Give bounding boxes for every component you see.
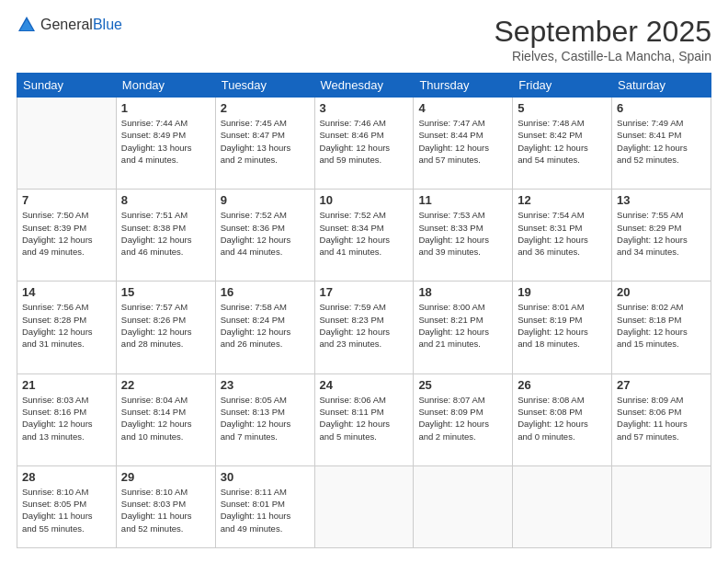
day-info: Sunrise: 7:55 AM Sunset: 8:29 PM Dayligh… (617, 209, 706, 258)
calendar-cell: 10Sunrise: 7:52 AM Sunset: 8:34 PM Dayli… (314, 190, 414, 282)
day-number: 25 (418, 378, 507, 392)
calendar-cell: 23Sunrise: 8:05 AM Sunset: 8:13 PM Dayli… (215, 373, 314, 465)
calendar-cell: 3Sunrise: 7:46 AM Sunset: 8:46 PM Daylig… (314, 98, 414, 190)
calendar-cell (17, 98, 117, 190)
day-info: Sunrise: 7:52 AM Sunset: 8:36 PM Dayligh… (221, 209, 310, 258)
day-info: Sunrise: 7:45 AM Sunset: 8:47 PM Dayligh… (221, 117, 310, 166)
logo-text: GeneralBlue (40, 17, 122, 33)
day-number: 20 (617, 285, 706, 299)
day-number: 11 (418, 193, 507, 207)
calendar-cell: 21Sunrise: 8:03 AM Sunset: 8:16 PM Dayli… (17, 373, 117, 465)
calendar-cell (612, 465, 711, 547)
day-number: 26 (518, 378, 607, 392)
day-info: Sunrise: 7:48 AM Sunset: 8:42 PM Dayligh… (518, 117, 607, 166)
day-info: Sunrise: 8:05 AM Sunset: 8:13 PM Dayligh… (221, 394, 310, 442)
day-info: Sunrise: 8:07 AM Sunset: 8:09 PM Dayligh… (418, 394, 507, 442)
calendar-body: 1Sunrise: 7:44 AM Sunset: 8:49 PM Daylig… (17, 98, 711, 548)
weekday-header-cell: Saturday (612, 74, 711, 98)
day-number: 30 (221, 470, 310, 484)
calendar-cell: 14Sunrise: 7:56 AM Sunset: 8:28 PM Dayli… (17, 282, 117, 373)
calendar-cell: 30Sunrise: 8:11 AM Sunset: 8:01 PM Dayli… (215, 465, 314, 547)
calendar-cell: 2Sunrise: 7:45 AM Sunset: 8:47 PM Daylig… (215, 98, 314, 190)
calendar-cell: 18Sunrise: 8:00 AM Sunset: 8:21 PM Dayli… (414, 282, 513, 373)
day-number: 28 (22, 470, 111, 484)
day-info: Sunrise: 8:06 AM Sunset: 8:11 PM Dayligh… (320, 394, 409, 442)
calendar-cell: 8Sunrise: 7:51 AM Sunset: 8:38 PM Daylig… (116, 190, 215, 282)
day-info: Sunrise: 8:04 AM Sunset: 8:14 PM Dayligh… (121, 394, 210, 442)
calendar-cell: 7Sunrise: 7:50 AM Sunset: 8:39 PM Daylig… (17, 190, 117, 282)
day-number: 16 (221, 285, 310, 299)
day-info: Sunrise: 7:52 AM Sunset: 8:34 PM Dayligh… (320, 209, 409, 258)
calendar-cell: 12Sunrise: 7:54 AM Sunset: 8:31 PM Dayli… (513, 190, 612, 282)
day-info: Sunrise: 8:10 AM Sunset: 8:03 PM Dayligh… (121, 486, 210, 534)
weekday-header-cell: Wednesday (314, 74, 414, 98)
weekday-header-cell: Monday (116, 74, 215, 98)
day-info: Sunrise: 7:49 AM Sunset: 8:41 PM Dayligh… (617, 117, 706, 166)
weekday-header-cell: Friday (513, 74, 612, 98)
day-info: Sunrise: 8:00 AM Sunset: 8:21 PM Dayligh… (418, 301, 507, 350)
day-number: 7 (22, 193, 111, 207)
weekday-header-cell: Thursday (414, 74, 513, 98)
weekday-header-cell: Sunday (17, 74, 117, 98)
day-info: Sunrise: 8:09 AM Sunset: 8:06 PM Dayligh… (617, 394, 706, 442)
calendar-cell: 9Sunrise: 7:52 AM Sunset: 8:36 PM Daylig… (215, 190, 314, 282)
day-info: Sunrise: 7:46 AM Sunset: 8:46 PM Dayligh… (320, 117, 409, 166)
day-info: Sunrise: 7:58 AM Sunset: 8:24 PM Dayligh… (221, 301, 310, 350)
day-info: Sunrise: 8:02 AM Sunset: 8:18 PM Dayligh… (617, 301, 706, 350)
day-number: 15 (121, 285, 210, 299)
logo-blue: Blue (93, 17, 122, 32)
day-number: 6 (617, 101, 706, 115)
day-info: Sunrise: 7:54 AM Sunset: 8:31 PM Dayligh… (518, 209, 607, 258)
calendar-cell: 19Sunrise: 8:01 AM Sunset: 8:19 PM Dayli… (513, 282, 612, 373)
day-info: Sunrise: 7:53 AM Sunset: 8:33 PM Dayligh… (418, 209, 507, 258)
day-info: Sunrise: 8:03 AM Sunset: 8:16 PM Dayligh… (22, 394, 111, 442)
day-info: Sunrise: 7:59 AM Sunset: 8:23 PM Dayligh… (320, 301, 409, 350)
day-info: Sunrise: 7:56 AM Sunset: 8:28 PM Dayligh… (22, 301, 111, 350)
logo-general: General (40, 17, 93, 32)
day-number: 4 (418, 101, 507, 115)
day-number: 12 (518, 193, 607, 207)
logo-icon (17, 15, 37, 35)
calendar-week-row: 7Sunrise: 7:50 AM Sunset: 8:39 PM Daylig… (17, 190, 711, 282)
day-number: 5 (518, 101, 607, 115)
day-number: 24 (320, 378, 409, 392)
calendar-cell: 25Sunrise: 8:07 AM Sunset: 8:09 PM Dayli… (414, 373, 513, 465)
calendar-week-row: 1Sunrise: 7:44 AM Sunset: 8:49 PM Daylig… (17, 98, 711, 190)
day-number: 8 (121, 193, 210, 207)
day-number: 23 (221, 378, 310, 392)
logo: GeneralBlue (17, 15, 122, 35)
calendar-week-row: 14Sunrise: 7:56 AM Sunset: 8:28 PM Dayli… (17, 282, 711, 373)
calendar-cell: 28Sunrise: 8:10 AM Sunset: 8:05 PM Dayli… (17, 465, 117, 547)
day-info: Sunrise: 7:44 AM Sunset: 8:49 PM Dayligh… (121, 117, 210, 166)
calendar-week-row: 28Sunrise: 8:10 AM Sunset: 8:05 PM Dayli… (17, 465, 711, 547)
day-info: Sunrise: 7:57 AM Sunset: 8:26 PM Dayligh… (121, 301, 210, 350)
day-info: Sunrise: 7:50 AM Sunset: 8:39 PM Dayligh… (22, 209, 111, 258)
day-number: 18 (418, 285, 507, 299)
calendar-cell: 11Sunrise: 7:53 AM Sunset: 8:33 PM Dayli… (414, 190, 513, 282)
calendar-cell (314, 465, 414, 547)
calendar-cell: 20Sunrise: 8:02 AM Sunset: 8:18 PM Dayli… (612, 282, 711, 373)
day-info: Sunrise: 8:10 AM Sunset: 8:05 PM Dayligh… (22, 486, 111, 534)
day-number: 10 (320, 193, 409, 207)
day-number: 1 (121, 101, 210, 115)
calendar-cell: 27Sunrise: 8:09 AM Sunset: 8:06 PM Dayli… (612, 373, 711, 465)
calendar-cell: 6Sunrise: 7:49 AM Sunset: 8:41 PM Daylig… (612, 98, 711, 190)
calendar-cell: 13Sunrise: 7:55 AM Sunset: 8:29 PM Dayli… (612, 190, 711, 282)
day-number: 17 (320, 285, 409, 299)
day-info: Sunrise: 7:51 AM Sunset: 8:38 PM Dayligh… (121, 209, 210, 258)
calendar-cell (513, 465, 612, 547)
calendar-week-row: 21Sunrise: 8:03 AM Sunset: 8:16 PM Dayli… (17, 373, 711, 465)
calendar-cell: 29Sunrise: 8:10 AM Sunset: 8:03 PM Dayli… (116, 465, 215, 547)
day-number: 19 (518, 285, 607, 299)
calendar-table: SundayMondayTuesdayWednesdayThursdayFrid… (17, 73, 711, 548)
calendar-cell: 17Sunrise: 7:59 AM Sunset: 8:23 PM Dayli… (314, 282, 414, 373)
day-number: 27 (617, 378, 706, 392)
day-number: 29 (121, 470, 210, 484)
calendar-page: GeneralBlue September 2025 Rielves, Cast… (0, 0, 728, 563)
calendar-cell: 24Sunrise: 8:06 AM Sunset: 8:11 PM Dayli… (314, 373, 414, 465)
day-info: Sunrise: 8:08 AM Sunset: 8:08 PM Dayligh… (518, 394, 607, 442)
day-info: Sunrise: 7:47 AM Sunset: 8:44 PM Dayligh… (418, 117, 507, 166)
day-info: Sunrise: 8:11 AM Sunset: 8:01 PM Dayligh… (221, 486, 310, 534)
calendar-cell: 4Sunrise: 7:47 AM Sunset: 8:44 PM Daylig… (414, 98, 513, 190)
calendar-cell: 22Sunrise: 8:04 AM Sunset: 8:14 PM Dayli… (116, 373, 215, 465)
